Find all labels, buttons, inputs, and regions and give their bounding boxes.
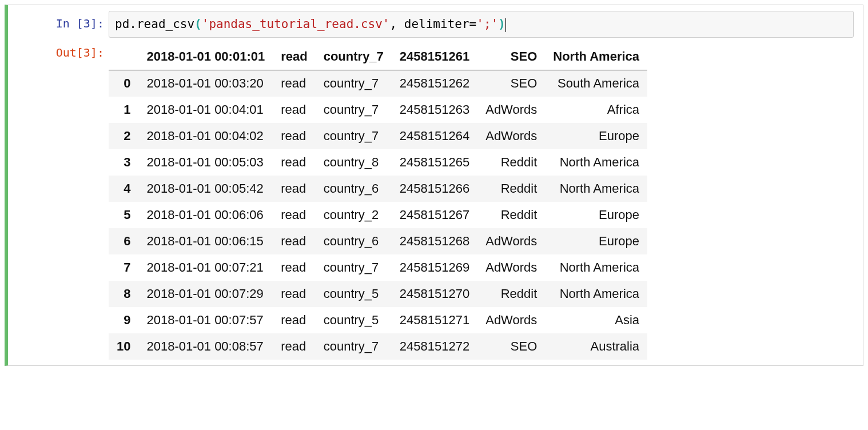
dataframe-cell: 2458151263 (392, 97, 477, 123)
dataframe-body: 02018-01-01 00:03:20readcountry_72458151… (109, 70, 647, 360)
dataframe-cell: 2018-01-01 00:04:01 (138, 97, 273, 123)
code-token: ( (194, 17, 202, 31)
notebook-cell: In [3]: pd.read_csv('pandas_tutorial_rea… (5, 5, 863, 366)
dataframe-cell: 2458151269 (392, 254, 477, 281)
dataframe-cell: read (273, 123, 315, 149)
dataframe-cell: 2018-01-01 00:08:57 (138, 333, 273, 360)
dataframe-cell: country_7 (316, 333, 392, 360)
dataframe-cell: 2018-01-01 00:03:20 (138, 70, 273, 97)
dataframe-col-header: read (273, 43, 315, 70)
dataframe-cell: 2018-01-01 00:05:42 (138, 176, 273, 202)
output-body: 2018-01-01 00:01:01 read country_7 24581… (109, 40, 863, 360)
dataframe-cell: country_8 (316, 149, 392, 176)
dataframe-col-header: 2458151261 (392, 43, 477, 70)
dataframe-cell: SEO (477, 70, 545, 97)
dataframe-index-cell: 5 (109, 202, 138, 228)
dataframe-cell: AdWords (477, 97, 545, 123)
code-editor[interactable]: pd.read_csv('pandas_tutorial_read.csv', … (109, 11, 854, 38)
dataframe-cell: read (273, 333, 315, 360)
dataframe-cell: North America (545, 149, 647, 176)
dataframe-cell: North America (545, 281, 647, 307)
code-token: ) (498, 17, 505, 31)
text-cursor (505, 18, 506, 32)
table-row: 52018-01-01 00:06:06readcountry_22458151… (109, 202, 647, 228)
dataframe-cell: AdWords (477, 228, 545, 254)
dataframe-index-cell: 2 (109, 123, 138, 149)
dataframe-cell: read (273, 307, 315, 333)
dataframe-cell: 2018-01-01 00:06:15 (138, 228, 273, 254)
code-token: = (469, 17, 477, 31)
dataframe-cell: read (273, 202, 315, 228)
dataframe-cell: AdWords (477, 307, 545, 333)
dataframe-cell: read (273, 176, 315, 202)
dataframe-cell: 2458151265 (392, 149, 477, 176)
dataframe-cell: 2018-01-01 00:07:29 (138, 281, 273, 307)
dataframe-cell: country_5 (316, 307, 392, 333)
dataframe-index-cell: 8 (109, 281, 138, 307)
dataframe-index-cell: 6 (109, 228, 138, 254)
dataframe-cell: 2018-01-01 00:04:02 (138, 123, 273, 149)
dataframe-index-cell: 0 (109, 70, 138, 97)
dataframe-index-cell: 1 (109, 97, 138, 123)
dataframe-cell: Europe (545, 202, 647, 228)
table-row: 12018-01-01 00:04:01readcountry_72458151… (109, 97, 647, 123)
dataframe-cell: North America (545, 254, 647, 281)
dataframe-cell: Europe (545, 123, 647, 149)
dataframe-cell: Europe (545, 228, 647, 254)
code-token: ';' (476, 17, 498, 31)
dataframe-cell: Asia (545, 307, 647, 333)
dataframe-header: 2018-01-01 00:01:01 read country_7 24581… (109, 43, 647, 70)
table-row: 92018-01-01 00:07:57readcountry_52458151… (109, 307, 647, 333)
dataframe-cell: Reddit (477, 176, 545, 202)
dataframe-cell: read (273, 228, 315, 254)
dataframe-cell: country_6 (316, 176, 392, 202)
table-row: 42018-01-01 00:05:42readcountry_62458151… (109, 176, 647, 202)
dataframe-cell: South America (545, 70, 647, 97)
dataframe-cell: 2458151267 (392, 202, 477, 228)
table-row: 62018-01-01 00:06:15readcountry_62458151… (109, 228, 647, 254)
code-input-wrapper: pd.read_csv('pandas_tutorial_read.csv', … (109, 11, 854, 38)
dataframe-cell: 2458151268 (392, 228, 477, 254)
table-row: 02018-01-01 00:03:20readcountry_72458151… (109, 70, 647, 97)
dataframe-cell: country_2 (316, 202, 392, 228)
cell-output-area: Out[3]: 2018-01-01 00:01:01 read country… (8, 39, 863, 361)
output-prompt: Out[3]: (8, 40, 109, 360)
dataframe-cell: country_7 (316, 97, 392, 123)
dataframe-cell: 2458151264 (392, 123, 477, 149)
dataframe-cell: country_5 (316, 281, 392, 307)
dataframe-cell: 2458151266 (392, 176, 477, 202)
dataframe-col-header: 2018-01-01 00:01:01 (138, 43, 273, 70)
dataframe-cell: 2018-01-01 00:05:03 (138, 149, 273, 176)
dataframe-table: 2018-01-01 00:01:01 read country_7 24581… (109, 43, 647, 360)
dataframe-cell: 2018-01-01 00:07:21 (138, 254, 273, 281)
dataframe-col-header: SEO (477, 43, 545, 70)
code-token: , (390, 17, 404, 31)
table-row: 102018-01-01 00:08:57readcountry_7245815… (109, 333, 647, 360)
cell-input-area: In [3]: pd.read_csv('pandas_tutorial_rea… (8, 10, 863, 39)
table-row: 72018-01-01 00:07:21readcountry_72458151… (109, 254, 647, 281)
dataframe-cell: read (273, 281, 315, 307)
dataframe-index-cell: 3 (109, 149, 138, 176)
dataframe-cell: 2458151272 (392, 333, 477, 360)
dataframe-index-cell: 10 (109, 333, 138, 360)
dataframe-cell: 2018-01-01 00:06:06 (138, 202, 273, 228)
code-token: 'pandas_tutorial_read.csv' (202, 17, 390, 31)
dataframe-cell: country_7 (316, 70, 392, 97)
code-token: read_csv (137, 17, 194, 31)
dataframe-col-header: North America (545, 43, 647, 70)
code-token: . (129, 17, 137, 31)
dataframe-cell: AdWords (477, 123, 545, 149)
dataframe-cell: 2018-01-01 00:07:57 (138, 307, 273, 333)
dataframe-cell: Australia (545, 333, 647, 360)
code-token: pd (115, 17, 129, 31)
dataframe-cell: Reddit (477, 281, 545, 307)
dataframe-cell: AdWords (477, 254, 545, 281)
dataframe-cell: read (273, 254, 315, 281)
dataframe-cell: North America (545, 176, 647, 202)
table-row: 32018-01-01 00:05:03readcountry_82458151… (109, 149, 647, 176)
dataframe-cell: Reddit (477, 149, 545, 176)
code-token: delimiter (404, 17, 469, 31)
dataframe-cell: read (273, 70, 315, 97)
dataframe-cell: SEO (477, 333, 545, 360)
table-row: 22018-01-01 00:04:02readcountry_72458151… (109, 123, 647, 149)
